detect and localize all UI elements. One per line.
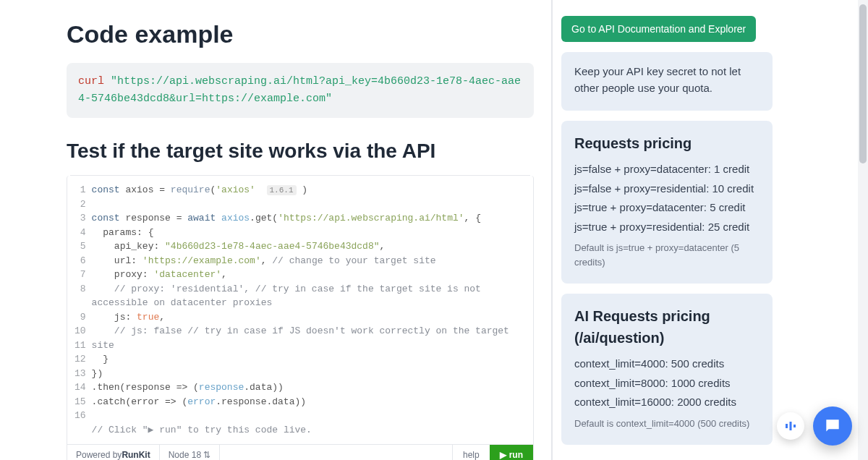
ai-pricing-default: Default is context_limit=4000 (500 credi… xyxy=(574,417,760,431)
help-link[interactable]: help xyxy=(452,445,490,460)
line-gutter: 12345678 910111213141516 xyxy=(67,176,92,444)
code-example-heading: Code example xyxy=(67,20,534,48)
chat-icon xyxy=(823,417,842,435)
ai-pricing-row: context_limit=8000: 1000 credits xyxy=(574,375,760,392)
pricing-row: js=false + proxy=datacenter: 1 credit xyxy=(574,161,760,178)
scrollbar-thumb[interactable] xyxy=(859,4,867,163)
scrollbar-track[interactable] xyxy=(858,0,868,460)
pricing-title: Requests pricing xyxy=(574,132,760,154)
main-content: Code example curl "https://api.webscrapi… xyxy=(0,0,551,460)
secret-note-text: Keep your API key secret to not let othe… xyxy=(574,64,760,96)
code-editor: 12345678 910111213141516 const axios = r… xyxy=(67,176,534,460)
editor-footer: Powered by RunKit Node 18 ⇅ help ▶ run xyxy=(67,444,533,460)
updown-icon: ⇅ xyxy=(203,450,210,460)
pricing-card: Requests pricing js=false + proxy=datace… xyxy=(561,121,773,284)
ai-pricing-card: AI Requests pricing (/ai/question) conte… xyxy=(561,294,773,445)
svg-rect-1 xyxy=(790,422,792,430)
editor-body[interactable]: 12345678 910111213141516 const axios = r… xyxy=(67,176,533,444)
run-button[interactable]: ▶ run xyxy=(490,445,533,460)
curl-url: "https://api.webscraping.ai/html?api_key… xyxy=(78,75,521,105)
ai-pricing-row: context_limit=4000: 500 credits xyxy=(574,356,760,372)
ai-pricing-title: AI Requests pricing (/ai/question) xyxy=(574,305,760,349)
node-version-select[interactable]: Node 18 ⇅ xyxy=(160,445,221,460)
pricing-default: Default is js=true + proxy=datacenter (5… xyxy=(574,241,760,269)
sidebar: Go to API Documentation and Explorer Kee… xyxy=(551,0,783,460)
divider xyxy=(551,0,553,460)
test-heading: Test if the target site works via the AP… xyxy=(67,140,534,163)
svg-rect-0 xyxy=(786,424,788,428)
pricing-row: js=true + proxy=residential: 25 credit xyxy=(574,219,760,236)
play-icon: ▶ xyxy=(500,450,506,460)
api-docs-button[interactable]: Go to API Documentation and Explorer xyxy=(561,16,756,42)
floating-buttons xyxy=(777,406,852,446)
code-area[interactable]: const axios = require('axios' 1.6.1 ) co… xyxy=(92,176,533,444)
pricing-row: js=true + proxy=datacenter: 5 credit xyxy=(574,200,760,216)
chat-button[interactable] xyxy=(813,406,852,446)
secret-note-card: Keep your API key secret to not let othe… xyxy=(561,52,773,111)
ai-pricing-row: context_limit=16000: 2000 credits xyxy=(574,394,760,411)
audio-bars-button[interactable] xyxy=(777,412,804,440)
curl-command: curl xyxy=(78,75,104,88)
powered-by[interactable]: Powered by RunKit xyxy=(67,445,160,460)
svg-rect-2 xyxy=(793,425,796,427)
pricing-row: js=false + proxy=residential: 10 credit xyxy=(574,181,760,197)
curl-example-block: curl "https://api.webscraping.ai/html?ap… xyxy=(67,63,534,118)
audio-bars-icon xyxy=(784,419,797,433)
